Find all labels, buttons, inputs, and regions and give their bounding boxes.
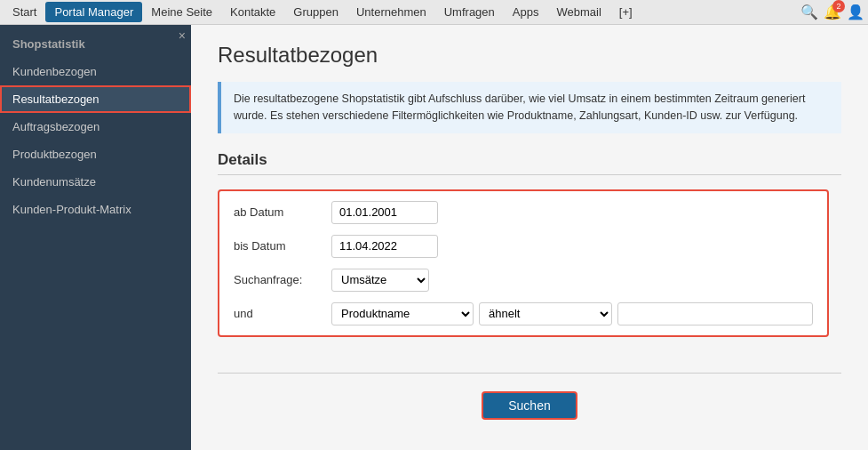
divider (218, 373, 841, 374)
sidebar-close-button[interactable]: × (179, 28, 186, 43)
user-icon[interactable]: 👤 (847, 4, 864, 20)
details-section-title: Details (218, 151, 841, 175)
bis-datum-label: bis Datum (234, 239, 331, 253)
sidebar-item-kunden-produkt-matrix[interactable]: Kunden-Produkt-Matrix (0, 196, 191, 223)
sidebar-item-kundenbezogen[interactable]: Kundenbezogen (0, 58, 191, 85)
sidebar-title: Shopstatistik (0, 32, 191, 58)
search-button[interactable]: Suchen (482, 391, 577, 420)
notification-badge: 2 (832, 0, 845, 12)
search-button-row: Suchen (218, 391, 841, 420)
suchanfrage-label: Suchanfrage: (234, 273, 331, 286)
sidebar: × Shopstatistik Kundenbezogen Resultatbe… (0, 25, 191, 450)
und-row: und Produktname Zahlungsart Kunden-ID äh… (234, 301, 813, 326)
notification-bell-icon[interactable]: 🔔 2 (824, 4, 841, 20)
main-layout: × Shopstatistik Kundenbezogen Resultatbe… (0, 25, 868, 450)
top-navigation: Start Portal Manager Meine Seite Kontakt… (0, 0, 868, 25)
nav-item-gruppen[interactable]: Gruppen (284, 2, 347, 22)
und-field-select[interactable]: Produktname Zahlungsart Kunden-ID (331, 302, 474, 325)
und-label: und (234, 307, 331, 320)
und-value-input[interactable] (617, 302, 813, 325)
und-op-select[interactable]: ähnelt ist gleich beginnt mit (479, 302, 612, 325)
filter-form: ab Datum bis Datum Suchanfrage: Umsätze … (218, 189, 829, 337)
nav-item-unternehmen[interactable]: Unternehmen (347, 2, 435, 22)
nav-item-plus[interactable]: [+] (610, 2, 641, 22)
sidebar-item-produktbezogen[interactable]: Produktbezogen (0, 141, 191, 168)
nav-item-start[interactable]: Start (4, 2, 45, 22)
und-fields: Produktname Zahlungsart Kunden-ID ähnelt… (331, 302, 813, 325)
nav-item-meine-seite[interactable]: Meine Seite (142, 2, 221, 22)
main-content: Resultatbezogen Die resultatbezogene Sho… (191, 25, 868, 450)
suchanfrage-select[interactable]: Umsätze Bestellungen Produkte (331, 269, 429, 292)
info-text: Die resultatbezogene Shopstatistik gibt … (234, 92, 805, 122)
nav-icons-group: 🔍 🔔 2 👤 (800, 4, 864, 20)
suchanfrage-row: Suchanfrage: Umsätze Bestellungen Produk… (234, 268, 813, 293)
nav-item-apps[interactable]: Apps (504, 2, 548, 22)
search-icon[interactable]: 🔍 (800, 4, 818, 20)
ab-datum-label: ab Datum (234, 205, 331, 219)
ab-datum-row: ab Datum (234, 200, 813, 225)
nav-item-kontakte[interactable]: Kontakte (221, 2, 284, 22)
ab-datum-input[interactable] (331, 201, 438, 224)
nav-item-webmail[interactable]: Webmail (547, 2, 609, 22)
nav-item-portal-manager[interactable]: Portal Manager (45, 2, 142, 22)
page-title: Resultatbezogen (218, 43, 841, 68)
info-box: Die resultatbezogene Shopstatistik gibt … (218, 82, 841, 133)
sidebar-item-auftragsbezogen[interactable]: Auftragsbezogen (0, 113, 191, 141)
sidebar-item-kundenumsaetze[interactable]: Kundenumsätze (0, 168, 191, 196)
sidebar-item-resultatbezogen[interactable]: Resultatbezogen (0, 85, 191, 113)
bis-datum-input[interactable] (331, 235, 438, 258)
bis-datum-row: bis Datum (234, 234, 813, 259)
nav-item-umfragen[interactable]: Umfragen (435, 2, 504, 22)
